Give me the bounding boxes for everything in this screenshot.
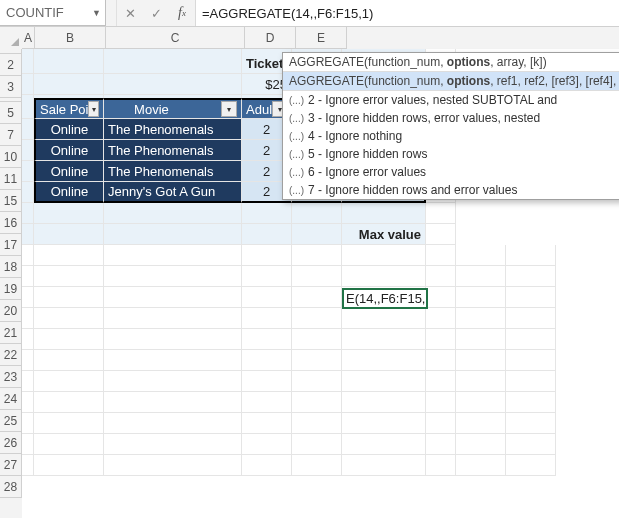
cell-D17[interactable] — [242, 224, 292, 245]
cell-G28[interactable] — [426, 455, 456, 476]
tooltip-signature-2[interactable]: AGGREGATE(function_num, options, ref1, r… — [283, 72, 619, 91]
cell-C25[interactable] — [104, 392, 242, 413]
cell-A10[interactable] — [22, 140, 34, 161]
cell-D20[interactable] — [242, 287, 292, 308]
cell-A27[interactable] — [22, 434, 34, 455]
cell-D25[interactable] — [242, 392, 292, 413]
tooltip-option[interactable]: (...)4 - Ignore nothing — [283, 127, 619, 145]
cell-F23[interactable] — [342, 350, 426, 371]
cell-B3[interactable] — [34, 74, 104, 95]
cell-C18[interactable] — [104, 245, 242, 266]
cell-E21[interactable] — [292, 308, 342, 329]
cell-I18[interactable] — [506, 245, 556, 266]
cell-A28[interactable] — [22, 455, 34, 476]
cell-F21[interactable] — [342, 308, 426, 329]
tooltip-option[interactable]: (...)2 - Ignore error values, nested SUB… — [283, 91, 619, 109]
cell-C23[interactable] — [104, 350, 242, 371]
row-header-23[interactable]: 23 — [0, 366, 22, 388]
cell-F26[interactable] — [342, 413, 426, 434]
table-row[interactable]: Online — [34, 161, 104, 182]
cell-G22[interactable] — [426, 329, 456, 350]
cell-D26[interactable] — [242, 413, 292, 434]
table-row[interactable]: The Phenomenals — [104, 119, 242, 140]
cell-F19[interactable] — [342, 266, 426, 287]
cell-A20[interactable] — [22, 287, 34, 308]
cell-G21[interactable] — [426, 308, 456, 329]
row-header-2[interactable]: 2 — [0, 54, 22, 76]
cell-F16[interactable] — [342, 203, 426, 224]
row-header-24[interactable]: 24 — [0, 388, 22, 410]
cell-H19[interactable] — [456, 266, 506, 287]
table-row[interactable]: The Phenomenals — [104, 161, 242, 182]
cell-G24[interactable] — [426, 371, 456, 392]
cancel-button[interactable]: ✕ — [117, 0, 143, 26]
cell-A21[interactable] — [22, 308, 34, 329]
cell-B20[interactable] — [34, 287, 104, 308]
cell-C26[interactable] — [104, 413, 242, 434]
cell-H20[interactable] — [456, 287, 506, 308]
cell-B25[interactable] — [34, 392, 104, 413]
row-header-16[interactable]: 16 — [0, 212, 22, 234]
cell-C20[interactable] — [104, 287, 242, 308]
cell-A26[interactable] — [22, 413, 34, 434]
cell-G16[interactable] — [426, 203, 456, 224]
cell-A2[interactable] — [22, 53, 34, 74]
table-row[interactable]: The Phenomenals — [104, 140, 242, 161]
row-header-19[interactable]: 19 — [0, 278, 22, 300]
cell-D22[interactable] — [242, 329, 292, 350]
cell-C24[interactable] — [104, 371, 242, 392]
cell-C22[interactable] — [104, 329, 242, 350]
row-header-22[interactable]: 22 — [0, 344, 22, 366]
table-row[interactable]: Online — [34, 140, 104, 161]
row-header-28[interactable]: 28 — [0, 476, 22, 498]
table-row[interactable]: Online — [34, 182, 104, 203]
row-header-10[interactable]: 10 — [0, 146, 22, 168]
cell-G23[interactable] — [426, 350, 456, 371]
cell-C17[interactable] — [104, 224, 242, 245]
tooltip-signature-1[interactable]: AGGREGATE(function_num, options, array, … — [283, 53, 619, 72]
cell-D21[interactable] — [242, 308, 292, 329]
cell-H23[interactable] — [456, 350, 506, 371]
cell-A3[interactable] — [22, 74, 34, 95]
cell-C2[interactable] — [104, 53, 242, 74]
row-header-15[interactable]: 15 — [0, 190, 22, 212]
cell-B24[interactable] — [34, 371, 104, 392]
cell-H25[interactable] — [456, 392, 506, 413]
row-header-26[interactable]: 26 — [0, 432, 22, 454]
cell-C16[interactable] — [104, 203, 242, 224]
cell-I26[interactable] — [506, 413, 556, 434]
cell-A7[interactable] — [22, 119, 34, 140]
row-header-11[interactable]: 11 — [0, 168, 22, 190]
cell-I23[interactable] — [506, 350, 556, 371]
cell-A25[interactable] — [22, 392, 34, 413]
cell-E28[interactable] — [292, 455, 342, 476]
cell-I25[interactable] — [506, 392, 556, 413]
cell-H21[interactable] — [456, 308, 506, 329]
cell-H18[interactable] — [456, 245, 506, 266]
cell-A15[interactable] — [22, 182, 34, 203]
cell-G17[interactable] — [426, 224, 456, 245]
cell-F27[interactable] — [342, 434, 426, 455]
col-header-C[interactable]: C — [106, 27, 245, 49]
cell-B18[interactable] — [34, 245, 104, 266]
cell-E18[interactable] — [292, 245, 342, 266]
cell-E19[interactable] — [292, 266, 342, 287]
cell-A24[interactable] — [22, 371, 34, 392]
cell-I22[interactable] — [506, 329, 556, 350]
cell-E16[interactable] — [292, 203, 342, 224]
cell-D24[interactable] — [242, 371, 292, 392]
cell-C21[interactable] — [104, 308, 242, 329]
col-header-A[interactable]: A — [22, 27, 35, 49]
cell-B22[interactable] — [34, 329, 104, 350]
cell-B23[interactable] — [34, 350, 104, 371]
cell-C3[interactable] — [104, 74, 242, 95]
col-header-E[interactable]: E — [296, 27, 347, 49]
col-header-B[interactable]: B — [35, 27, 106, 49]
cell-D18[interactable] — [242, 245, 292, 266]
cell-B21[interactable] — [34, 308, 104, 329]
filter-icon[interactable]: ▾ — [221, 101, 237, 117]
select-all-triangle[interactable] — [0, 27, 23, 50]
cell-A18[interactable] — [22, 245, 34, 266]
filter-icon[interactable]: ▾ — [88, 101, 99, 117]
cell-F24[interactable] — [342, 371, 426, 392]
